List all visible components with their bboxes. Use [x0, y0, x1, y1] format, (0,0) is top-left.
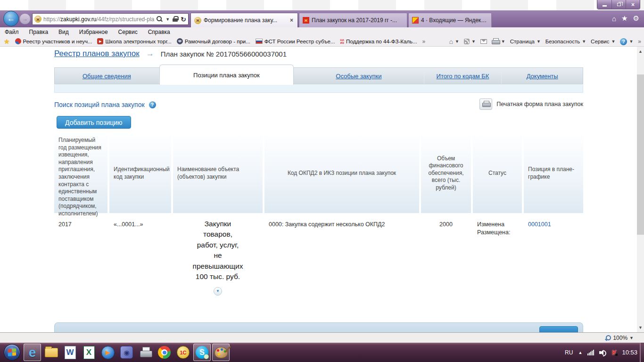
tab1-favicon-icon: ж [194, 17, 201, 24]
taskbar-explorer[interactable] [42, 344, 60, 361]
lock-icon [173, 16, 178, 22]
add-favorite-icon[interactable]: ★ [4, 38, 10, 45]
favorite-item-1[interactable]: Реестр участников и неуч... [15, 38, 92, 44]
favorite-item-3[interactable]: ФРамочный договор - при... [177, 38, 250, 44]
command-page[interactable]: Страница▼ [510, 39, 541, 44]
restore-icon [617, 3, 621, 6]
menu-favorites[interactable]: Избранное [79, 29, 108, 35]
command-overflow-icon[interactable]: » [638, 38, 641, 45]
search-help-icon[interactable]: ? [149, 101, 156, 108]
close-button[interactable]: × [626, 0, 640, 9]
search-icon[interactable] [157, 16, 163, 22]
tab-bk-codes-total[interactable]: Итого по кодам БК [424, 68, 502, 84]
favorites-star-icon[interactable]: ★ [621, 14, 627, 23]
help-icon: ? [620, 38, 627, 45]
expand-row-button[interactable]: ▼ [214, 287, 222, 296]
back-button[interactable]: ← [3, 11, 19, 26]
show-desktop-button[interactable] [640, 343, 644, 362]
window-titlebar: × [0, 0, 644, 10]
zoom-level: 100% [613, 335, 627, 341]
refresh-icon[interactable]: ↻ [181, 16, 186, 23]
command-home[interactable]: ⌂▼ [449, 38, 459, 45]
menu-tools[interactable]: Сервис [118, 29, 138, 35]
taskbar-media-library[interactable]: ◉ [118, 344, 135, 361]
tab-documents[interactable]: Документы [502, 68, 583, 84]
windows-flag-icon [8, 348, 16, 356]
window-controls: × [597, 0, 640, 9]
taskbar-media-player[interactable]: ▶ [99, 344, 116, 361]
restore-button[interactable] [611, 0, 626, 9]
breadcrumb-root-link[interactable]: Реестр планов закупок [54, 49, 140, 58]
tab-special-purchases[interactable]: Особые закупки [294, 68, 424, 84]
command-security[interactable]: Безопасность▼ [545, 39, 586, 44]
taskbar-fax[interactable] [137, 344, 154, 361]
command-tools[interactable]: Сервис▼ [591, 39, 615, 44]
minimize-button[interactable] [597, 0, 611, 9]
print-form-icon [482, 101, 490, 107]
tab-underline-strip [54, 85, 583, 93]
menu-edit[interactable]: Правка [29, 29, 49, 35]
add-position-button[interactable]: Добавить позицию [57, 116, 131, 129]
bottom-panel [54, 322, 583, 332]
settings-gear-icon[interactable]: ⚙ [633, 14, 639, 23]
mail-icon[interactable] [480, 39, 487, 44]
close-icon: × [631, 1, 635, 8]
tab-close-icon[interactable]: × [289, 17, 294, 24]
browser-navbar: ← → ж https://zakupki.gov.ru/44fz/rpz/st… [0, 10, 644, 27]
ie-icon: e [29, 345, 36, 360]
network-icon[interactable] [587, 349, 594, 355]
taskbar-1c[interactable]: 1С [174, 344, 192, 361]
command-feeds[interactable]: ▼ [464, 39, 476, 44]
menu-view[interactable]: Вид [58, 29, 69, 35]
start-button[interactable] [4, 344, 20, 361]
tab2-title: План закупок на 2017-2019 гг -... [312, 17, 397, 24]
scrollbar-thumb[interactable] [637, 74, 644, 235]
kaspersky-icon[interactable]: K [612, 349, 617, 356]
plan-position-link[interactable]: 0001001 [528, 221, 551, 228]
scroll-down-icon[interactable]: ▼ [637, 324, 644, 331]
forward-button[interactable]: → [19, 13, 31, 25]
address-bar[interactable]: ж https://zakupki.gov.ru/44fz/rpz/struct… [32, 13, 189, 25]
volume-icon[interactable] [599, 349, 607, 356]
favorites-overflow-icon[interactable]: » [422, 38, 426, 45]
browser-tab-3[interactable]: 4 · Входящие — Яндекс.Почта [408, 13, 492, 27]
command-print[interactable]: ▼ [492, 38, 505, 45]
tab3-title: 4 · Входящие — Яндекс.Почта [421, 17, 488, 24]
tab-general-info[interactable]: Общие сведения [55, 68, 159, 84]
menu-help[interactable]: Справка [148, 29, 170, 35]
hidden-icons-arrow-icon[interactable]: ▲ [578, 350, 582, 355]
favorite-item-4[interactable]: ФСТ России Реестр субъе... [256, 39, 335, 44]
command-help[interactable]: ?▼ [620, 38, 633, 45]
print-form-button[interactable] [479, 99, 492, 110]
browser-tab-2[interactable]: ж План закупок на 2017-2019 гг -... [299, 13, 407, 27]
tab-plan-positions[interactable]: Позиции плана закупок [159, 65, 294, 85]
taskbar-paint[interactable] [212, 344, 230, 361]
taskbar-chrome[interactable] [156, 344, 173, 361]
taskbar-word[interactable]: W [61, 344, 79, 361]
zoom-dropdown-icon[interactable]: ▼ [629, 336, 634, 340]
yandex-mail-icon [412, 17, 419, 24]
breadcrumb-arrow-icon: → [146, 49, 154, 58]
1c-icon: 1С [177, 346, 190, 359]
reestr-icon [15, 38, 21, 44]
bottom-partial-button[interactable] [539, 326, 578, 332]
taskbar-excel[interactable]: X [80, 344, 98, 361]
taskbar-skype[interactable]: S [193, 344, 211, 361]
scroll-up-icon[interactable]: ▲ [637, 48, 644, 55]
address-dropdown-icon[interactable]: ▼ [165, 17, 170, 22]
print-form-group[interactable]: Печатная форма плана закупок [479, 99, 583, 110]
favorite-item-5[interactable]: НАИЗПоддержка по 44-ФЗ-Каль... [340, 39, 417, 44]
language-indicator[interactable]: RU [565, 349, 573, 356]
taskbar-internet-explorer[interactable]: e [24, 344, 41, 361]
url-text[interactable]: https://zakupki.gov.ru/44fz/rpz/structur… [43, 16, 155, 23]
zoom-magnifier-icon [605, 335, 611, 341]
vertical-scrollbar[interactable]: ▲ ▼ [637, 47, 644, 332]
browser-tab-1[interactable]: ж Формирование плана заку... × [190, 13, 298, 27]
menu-file[interactable]: Файл [5, 29, 19, 35]
favorite-item-2[interactable]: ▶Школа электронных торг... [97, 38, 171, 44]
page-content: Реестр планов закупок → План закупок № 2… [0, 47, 644, 332]
zoom-control[interactable]: 100% ▼ [605, 333, 634, 343]
browser-tabs: ж Формирование плана заку... × ж План за… [190, 13, 493, 27]
clock[interactable]: 10:53 [622, 349, 637, 356]
home-icon[interactable]: ⌂ [612, 15, 616, 23]
